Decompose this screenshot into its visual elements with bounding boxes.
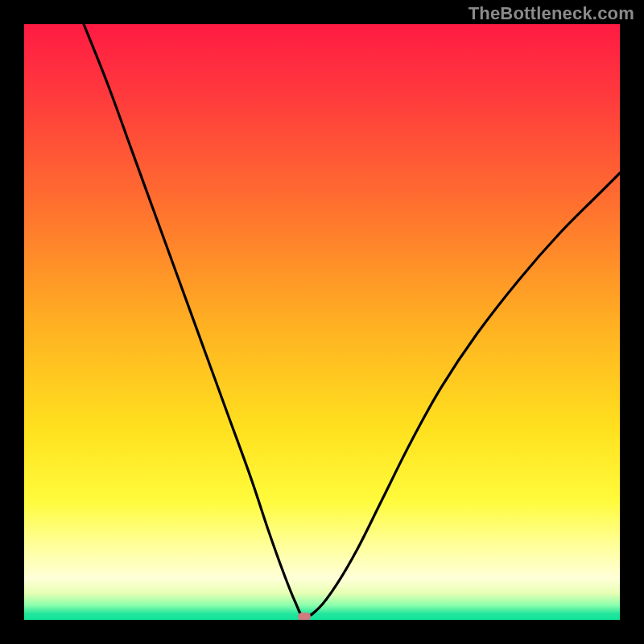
chart-frame: TheBottleneck.com [0,0,644,644]
watermark-text: TheBottleneck.com [469,3,634,24]
bottleneck-curve [24,24,620,620]
plot-area [24,24,620,620]
optimal-point-marker [298,613,311,620]
